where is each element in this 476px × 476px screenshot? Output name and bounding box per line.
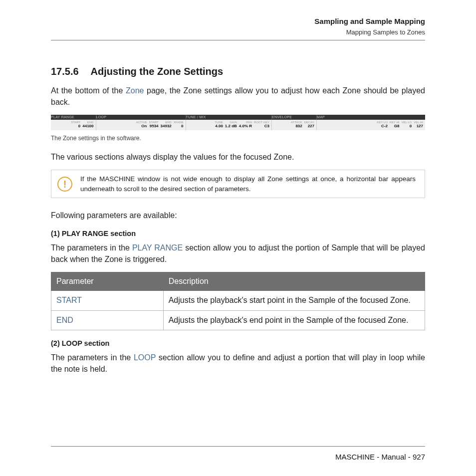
following-params-text: Following parameters are available: [51,210,425,221]
heading-number: 17.5.6 [51,64,79,78]
param-desc: Adjusts the playback's end point in the … [163,310,425,330]
intro-paragraph: At the bottom of the Zone page, the Zone… [51,85,425,108]
strip-group-map: MAP [317,115,426,120]
table-header-row: Parameter Description [51,272,425,290]
param-name: START [51,291,164,310]
strip-value-row: START0 END44100 ACTIVEOn START9534 END34… [51,120,425,130]
zone-settings-strip: PLAY RANGE LOOP TUNE / MIX ENVELOPE MAP … [51,115,425,130]
heading-title: Adjusting the Zone Settings [91,64,224,78]
play-range-link: PLAY RANGE [132,243,183,252]
note-box: ! If the MASCHINE window is not wide eno… [51,170,425,198]
play-range-text: The parameters in the PLAY RANGE section… [51,242,425,265]
strip-group-loop: LOOP [96,115,186,120]
col-description: Description [163,272,425,290]
param-desc: Adjusts the playback's start point in th… [163,291,425,310]
table-row: END Adjusts the playback's end point in … [51,310,425,330]
loop-link: LOOP [134,353,156,362]
strip-group-envelope: ENVELOPE [272,115,317,120]
running-header: Sampling and Sample Mapping Mapping Samp… [51,16,425,37]
section-heading: 17.5.6 Adjusting the Zone Settings [51,64,425,78]
col-parameter: Parameter [51,272,164,290]
footer-text: MASCHINE - Manual - 927 [335,453,425,461]
header-chapter: Sampling and Sample Mapping [51,16,425,26]
figure-caption: The Zone settings in the software. [51,134,425,143]
warning-icon: ! [57,177,72,192]
strip-group-playrange: PLAY RANGE [51,115,96,120]
param-name: END [51,310,164,330]
parameter-table: Parameter Description START Adjusts the … [51,272,425,330]
play-range-heading: (1) PLAY RANGE section [51,229,425,238]
strip-group-tunemix: TUNE / MIX [186,115,272,120]
loop-heading: (2) LOOP section [51,338,425,348]
header-rule [51,40,425,40]
header-section: Mapping Samples to Zones [51,28,425,37]
table-row: START Adjusts the playback's start point… [51,291,425,310]
page: Sampling and Sample Mapping Mapping Samp… [0,0,476,476]
loop-text: The parameters in the LOOP section allow… [51,352,425,375]
page-footer: MASCHINE - Manual - 927 [51,446,425,462]
various-sections-text: The various sections always display the … [51,152,425,163]
strip-header-row: PLAY RANGE LOOP TUNE / MIX ENVELOPE MAP [51,115,425,120]
note-text: If the MASCHINE window is not wide enoug… [80,174,416,194]
zone-link: Zone [126,86,144,95]
